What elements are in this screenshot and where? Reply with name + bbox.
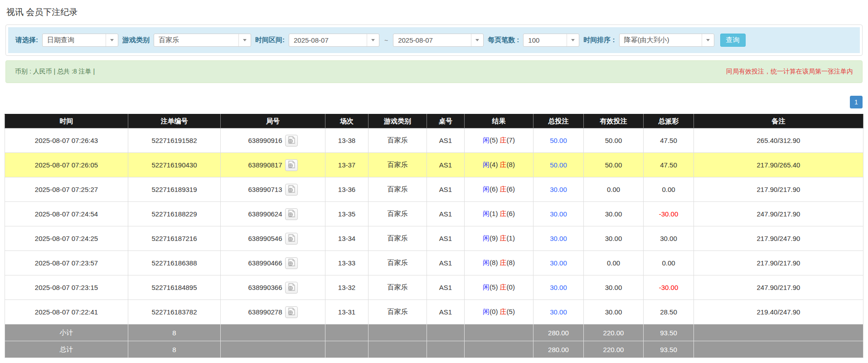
cell-total-bet-link[interactable]: 30.00 [533, 202, 584, 226]
date-to-select[interactable]: 2025-08-07 [393, 34, 484, 47]
cell-table-no: AS1 [427, 128, 465, 153]
subtotal-row: 小计 8 280.00 220.00 93.50 [5, 324, 863, 341]
cell-bet-no: 522716187216 [128, 226, 221, 251]
cell-round-no: 638990916 [221, 128, 325, 153]
cell-total-bet-link[interactable]: 50.00 [533, 153, 584, 177]
cell-round-no: 638990278 [221, 300, 325, 324]
page-size-label: 每页笔数 : [488, 36, 519, 44]
cell-game-type: 百家乐 [369, 202, 427, 226]
cell-bet-no: 522716188229 [128, 202, 221, 226]
chevron-down-icon [702, 34, 714, 46]
table-body: 2025-08-07 07:26:43 522716191582 6389909… [5, 128, 863, 324]
query-type-select[interactable]: 日期查询 [42, 34, 118, 47]
cell-payout: 47.50 [644, 153, 694, 177]
cell-payout: -30.00 [644, 202, 694, 226]
game-type-value: 百家乐 [154, 34, 238, 46]
valid-bet-note: 同局有效投注，统一计算在该局第一张注单内 [726, 68, 853, 76]
video-replay-icon[interactable] [285, 135, 298, 147]
cell-valid-bet: 0.00 [584, 251, 644, 275]
cell-total-bet-link[interactable]: 30.00 [533, 177, 584, 202]
subtotal-total-bet: 280.00 [533, 324, 584, 341]
video-replay-icon[interactable] [285, 184, 298, 196]
cell-bet-no: 522716190430 [128, 153, 221, 177]
video-replay-icon[interactable] [285, 233, 298, 245]
cell-result: 闲(5) 庄(0) [465, 275, 533, 300]
cell-game-type: 百家乐 [369, 275, 427, 300]
cell-valid-bet: 0.00 [584, 177, 644, 202]
cell-valid-bet: 30.00 [584, 300, 644, 324]
cell-table-no: AS1 [427, 202, 465, 226]
cell-game-type: 百家乐 [369, 251, 427, 275]
cell-remark: 247.90/217.90 [694, 202, 863, 226]
page-size-select[interactable]: 100 [523, 34, 579, 47]
table-row: 2025-08-07 07:26:05 522716190430 6389908… [5, 153, 863, 177]
cell-time: 2025-08-07 07:26:05 [5, 153, 128, 177]
player-result: 闲 [483, 259, 490, 266]
filter-panel: 请选择: 日期查询 游戏类别 百家乐 时间区间: 2025-08-07 ~ 20… [5, 25, 863, 56]
cell-time: 2025-08-07 07:23:15 [5, 275, 128, 300]
header-result: 结果 [465, 114, 533, 128]
cell-round-no: 638990624 [221, 202, 325, 226]
cell-table-no: AS1 [427, 153, 465, 177]
subtotal-payout: 93.50 [644, 324, 694, 341]
header-bet-no: 注单编号 [128, 114, 221, 128]
cell-remark: 217.90/217.90 [694, 251, 863, 275]
cell-total-bet-link[interactable]: 30.00 [533, 275, 584, 300]
banker-result: 庄 [500, 185, 507, 193]
cell-total-bet-link[interactable]: 30.00 [533, 226, 584, 251]
banker-result: 庄 [500, 283, 507, 291]
cell-remark: 217.90/247.90 [694, 226, 863, 251]
cell-bet-no: 522716186388 [128, 251, 221, 275]
cell-bet-no: 522716184895 [128, 275, 221, 300]
filter-bar: 请选择: 日期查询 游戏类别 百家乐 时间区间: 2025-08-07 ~ 20… [8, 27, 860, 53]
grand-total-label: 总计 [5, 341, 128, 358]
table-row: 2025-08-07 07:23:15 522716184895 6389903… [5, 275, 863, 300]
query-type-value: 日期查询 [43, 34, 106, 46]
video-replay-icon[interactable] [285, 208, 298, 220]
cell-table-no: AS1 [427, 251, 465, 275]
cell-total-bet-link[interactable]: 50.00 [533, 128, 584, 153]
cell-remark: 219.40/247.90 [694, 300, 863, 324]
player-result: 闲 [483, 210, 490, 217]
pagination-page-1[interactable]: 1 [850, 96, 863, 108]
cell-table-no: AS1 [427, 177, 465, 202]
cell-session: 13-35 [325, 202, 369, 226]
game-type-select[interactable]: 百家乐 [154, 34, 251, 47]
cell-session: 13-34 [325, 226, 369, 251]
cell-table-no: AS1 [427, 300, 465, 324]
date-to-value: 2025-08-07 [393, 34, 471, 46]
cell-payout: 0.00 [644, 251, 694, 275]
player-result: 闲 [483, 234, 490, 242]
cell-total-bet-link[interactable]: 30.00 [533, 251, 584, 275]
video-replay-icon[interactable] [285, 159, 298, 171]
cell-valid-bet: 30.00 [584, 226, 644, 251]
player-result: 闲 [483, 185, 490, 193]
table-row: 2025-08-07 07:26:43 522716191582 6389909… [5, 128, 863, 153]
table-header-row: 时间 注单编号 局号 场次 游戏类别 桌号 结果 总投注 有效投注 总派彩 备注 [5, 114, 863, 128]
cell-table-no: AS1 [427, 275, 465, 300]
video-replay-icon[interactable] [285, 306, 298, 318]
cell-total-bet-link[interactable]: 30.00 [533, 300, 584, 324]
cell-remark: 247.90/217.90 [694, 275, 863, 300]
cell-game-type: 百家乐 [369, 128, 427, 153]
cell-round-no: 638990366 [221, 275, 325, 300]
chevron-down-icon [106, 34, 118, 46]
currency-total-text: 币别 : 人民币 | 总共 :8 注单 | [15, 68, 95, 76]
grand-total-count: 8 [128, 341, 221, 358]
bet-records-table: 时间 注单编号 局号 场次 游戏类别 桌号 结果 总投注 有效投注 总派彩 备注… [5, 114, 863, 358]
cell-payout: -30.00 [644, 275, 694, 300]
banker-result: 庄 [500, 308, 507, 315]
subtotal-label: 小计 [5, 324, 128, 341]
video-replay-icon[interactable] [285, 257, 298, 269]
cell-result: 闲(0) 庄(5) [465, 300, 533, 324]
video-replay-icon[interactable] [285, 282, 298, 294]
cell-time: 2025-08-07 07:26:43 [5, 128, 128, 153]
player-result: 闲 [483, 283, 490, 291]
search-button[interactable]: 查询 [720, 34, 746, 47]
cell-time: 2025-08-07 07:24:25 [5, 226, 128, 251]
sort-order-label: 时间排序 : [583, 36, 615, 44]
date-from-select[interactable]: 2025-08-07 [289, 34, 379, 47]
grand-total-payout: 93.50 [644, 341, 694, 358]
banker-result: 庄 [500, 259, 507, 266]
sort-order-select[interactable]: 降幂(由大到小) [619, 34, 714, 47]
